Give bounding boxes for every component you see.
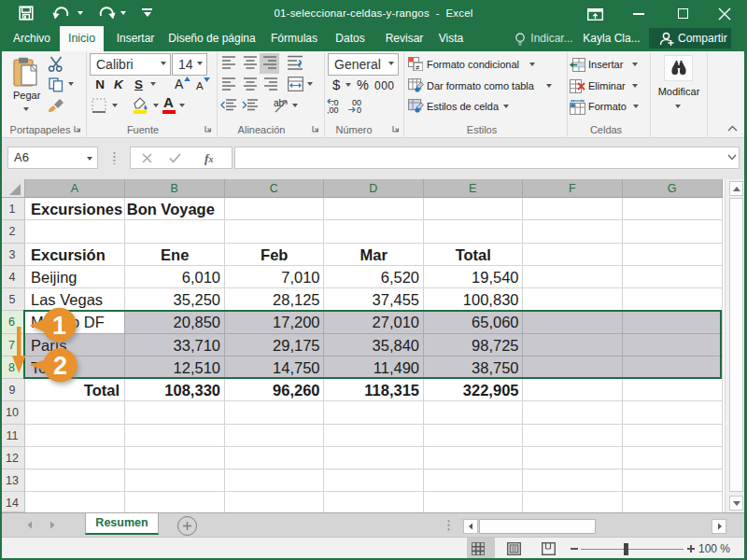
- svg-text:,00: ,00: [327, 105, 339, 114]
- svg-text:≠: ≠: [416, 63, 420, 72]
- svg-text:1: 1: [52, 312, 66, 340]
- svg-text:2: 2: [53, 352, 67, 380]
- svg-text:ab: ab: [274, 98, 285, 108]
- svg-text:0: 0: [357, 105, 361, 114]
